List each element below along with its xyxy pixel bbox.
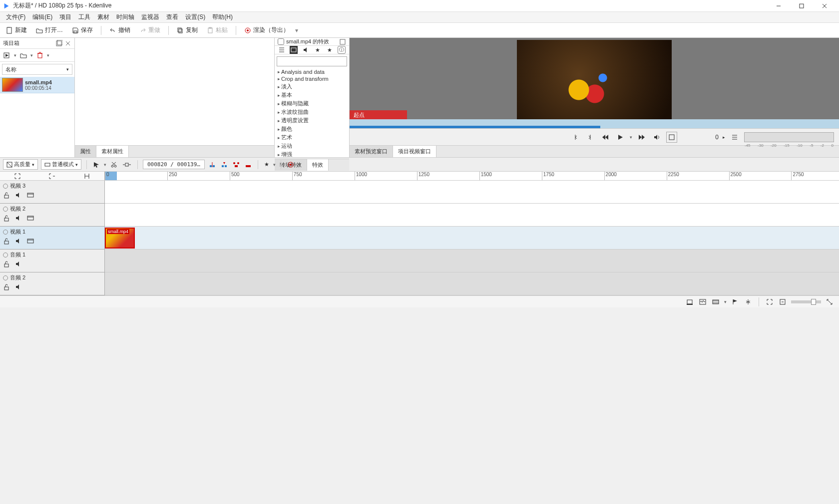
effects-info-icon[interactable]: ⓘ — [338, 46, 346, 54]
effect-category[interactable]: ▸Analysis and data — [275, 68, 349, 75]
timeline-ruler[interactable]: 0 250 500 750 1000 1250 1500 1750 2000 2… — [105, 172, 839, 180]
mute-icon[interactable] — [15, 283, 22, 290]
marker1-icon[interactable] — [208, 160, 217, 169]
lock-icon[interactable] — [3, 215, 10, 222]
lock-icon[interactable] — [3, 238, 10, 245]
monitor-view[interactable]: 起点 — [350, 38, 839, 128]
menu-timeline[interactable]: 时间轴 — [113, 12, 137, 22]
track-header[interactable]: 音频 1 — [0, 250, 104, 272]
sb-zoomin-icon[interactable] — [825, 297, 834, 306]
sb-flag-icon[interactable] — [731, 297, 740, 306]
select-tool-icon[interactable] — [92, 160, 101, 169]
zone-in-button[interactable] — [570, 132, 581, 143]
effect-category[interactable]: ▸模糊与隐藏 — [275, 99, 349, 108]
menu-project[interactable]: 项目 — [56, 12, 74, 22]
menu-tool[interactable]: 工具 — [75, 12, 93, 22]
bin-close-icon[interactable] — [64, 40, 71, 47]
favorite-icon[interactable]: ★ — [263, 160, 270, 169]
maximize-button[interactable] — [790, 0, 813, 12]
open-button[interactable]: 打开… — [33, 24, 66, 36]
mode-select[interactable]: 普通模式▾ — [41, 159, 81, 170]
effect-category[interactable]: ▸增强 — [275, 150, 349, 159]
lock-icon[interactable] — [3, 283, 10, 290]
marker4-icon[interactable] — [244, 160, 253, 169]
effects-panel-maximize-icon[interactable] — [339, 38, 346, 45]
video-icon[interactable] — [27, 238, 34, 245]
menu-clip[interactable]: 素材 — [94, 12, 112, 22]
marker2-icon[interactable] — [220, 160, 229, 169]
effect-category[interactable]: ▸透明度设置 — [275, 116, 349, 125]
render-button[interactable]: 渲染（导出） — [241, 24, 292, 36]
track-header[interactable]: 视频 2 — [0, 204, 104, 227]
fullscreen-button[interactable] — [666, 132, 677, 143]
forward-button[interactable] — [636, 132, 647, 143]
rewind-button[interactable] — [600, 132, 611, 143]
effect-category[interactable]: ▸运动 — [275, 142, 349, 150]
track-area[interactable]: small.mp4 — [105, 181, 839, 295]
save-button[interactable]: 保存 — [69, 24, 96, 36]
new-button[interactable]: 新建 — [3, 24, 30, 36]
bin-filter[interactable]: 名称▾ — [2, 64, 72, 75]
tab-effects[interactable]: 特效 — [307, 159, 329, 171]
effects-search-input[interactable] — [277, 56, 347, 66]
effects-audio-icon[interactable] — [302, 46, 310, 54]
zoom-tool-icon[interactable] — [48, 173, 55, 180]
track-header[interactable]: 视频 3 — [0, 181, 104, 204]
effects-video-icon[interactable] — [290, 46, 298, 54]
mute-icon[interactable] — [15, 238, 22, 245]
razor-tool-icon[interactable] — [109, 160, 118, 169]
zoom-slider[interactable] — [791, 300, 821, 303]
menu-file[interactable]: 文件(F) — [3, 12, 28, 22]
close-button[interactable] — [813, 0, 836, 12]
mute-icon[interactable] — [15, 215, 22, 222]
bin-item[interactable]: small.mp4 00:00:05:14 — [0, 77, 74, 93]
snap-icon[interactable] — [83, 173, 90, 180]
zone-out-button[interactable] — [585, 132, 596, 143]
effect-category[interactable]: ▸Crop and transform — [275, 75, 349, 82]
timeline-position[interactable]: 000820 / 000139… — [143, 160, 205, 169]
video-icon[interactable] — [27, 192, 34, 199]
monitor-start-marker[interactable]: 起点 — [350, 110, 407, 119]
spacer-tool-icon[interactable] — [121, 161, 132, 169]
tab-project-monitor[interactable]: 项目视频窗口 — [393, 146, 436, 157]
mute-icon[interactable] — [15, 192, 22, 199]
sb-thumb-icon[interactable] — [685, 297, 694, 306]
tab-clip-monitor[interactable]: 素材预览窗口 — [350, 146, 393, 157]
bin-float-icon[interactable] — [55, 40, 62, 47]
effect-category[interactable]: ▸水波纹扭曲 — [275, 108, 349, 116]
bin-delete-icon[interactable] — [36, 51, 44, 59]
undo-button[interactable]: 撤销 — [106, 24, 133, 36]
paste-button[interactable]: 粘贴 — [204, 24, 231, 36]
menu-settings[interactable]: 设置(S) — [182, 12, 208, 22]
play-button[interactable] — [615, 132, 626, 143]
sb-zoomfit-icon[interactable] — [765, 297, 774, 306]
effects-list-icon[interactable] — [278, 46, 286, 54]
sb-snap-icon[interactable] — [744, 297, 753, 306]
tab-properties[interactable]: 属性 — [75, 146, 96, 157]
record-icon[interactable] — [286, 160, 295, 169]
effect-category[interactable]: ▸颜色 — [275, 125, 349, 133]
sb-film-icon[interactable] — [711, 297, 720, 306]
effects-star-icon[interactable]: ★ — [314, 46, 322, 54]
copy-button[interactable]: 复制 — [174, 24, 201, 36]
fit-zoom-icon[interactable] — [14, 173, 21, 180]
track-header[interactable]: 视频 1 — [0, 227, 104, 250]
effect-category[interactable]: ▸基本 — [275, 91, 349, 99]
effects-star2-icon[interactable]: ★ — [326, 46, 334, 54]
effects-clip-checkbox[interactable] — [278, 38, 284, 45]
volume-button[interactable] — [651, 132, 662, 143]
sb-wave-icon[interactable] — [698, 297, 707, 306]
minimize-button[interactable] — [767, 0, 790, 12]
mute-icon[interactable] — [15, 260, 22, 267]
video-icon[interactable] — [27, 215, 34, 222]
sb-zoomout-icon[interactable] — [778, 297, 787, 306]
menu-edit[interactable]: 编辑(E) — [29, 12, 55, 22]
tab-clip-properties[interactable]: 素材属性 — [96, 146, 129, 157]
marker3-icon[interactable] — [232, 160, 241, 169]
menu-monitor[interactable]: 监视器 — [138, 12, 162, 22]
effect-category[interactable]: ▸艺术 — [275, 133, 349, 142]
menu-view[interactable]: 查看 — [163, 12, 181, 22]
track-header[interactable]: 音频 2 — [0, 272, 104, 295]
bin-folder-icon[interactable] — [19, 51, 27, 59]
lock-icon[interactable] — [3, 192, 10, 199]
